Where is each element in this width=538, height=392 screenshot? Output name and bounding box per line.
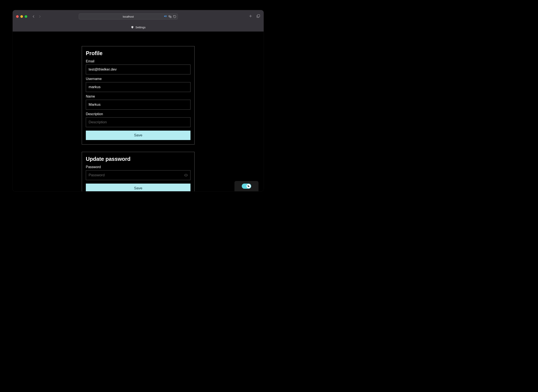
svg-point-5 (186, 175, 186, 176)
name-field[interactable] (86, 100, 191, 110)
chrome-right-icons (249, 14, 260, 19)
new-tab-icon[interactable] (249, 14, 253, 19)
password-field[interactable] (86, 170, 191, 180)
profile-save-button[interactable]: Save (86, 131, 191, 140)
description-group: Description (86, 112, 191, 127)
password-label: Password (86, 165, 191, 169)
theme-toggle-knob (247, 184, 251, 188)
traffic-lights (16, 15, 27, 18)
profile-card: Profile Email Username Name Description (82, 46, 195, 145)
description-label: Description (86, 112, 191, 116)
name-group: Name (86, 95, 191, 110)
tab-row: Settings (13, 23, 264, 32)
username-group: Username (86, 77, 191, 92)
tabs-overview-icon[interactable] (256, 14, 260, 19)
url-text: localhost (123, 15, 134, 18)
svg-rect-4 (257, 14, 260, 17)
browser-window: localhost (13, 10, 264, 191)
audio-icon[interactable] (164, 14, 167, 19)
url-right-icons (164, 14, 176, 19)
password-heading: Update password (86, 156, 191, 162)
toggle-password-visibility-icon[interactable] (184, 173, 188, 177)
theme-toggle[interactable] (242, 184, 251, 189)
cards-column: Profile Email Username Name Description (82, 46, 195, 191)
reload-icon[interactable] (173, 15, 176, 18)
password-save-button[interactable]: Save (86, 184, 191, 191)
url-bar[interactable]: localhost (79, 14, 178, 19)
nav-buttons (32, 14, 42, 19)
password-card: Update password Password Save (82, 152, 195, 191)
theme-toggle-panel (234, 181, 258, 191)
back-button[interactable] (32, 14, 35, 19)
username-field[interactable] (86, 82, 191, 92)
email-field[interactable] (86, 65, 191, 75)
email-group: Email (86, 59, 191, 75)
description-field[interactable] (86, 117, 191, 127)
forward-button[interactable] (38, 14, 42, 19)
tab-title[interactable]: Settings (136, 26, 146, 29)
browser-chrome: localhost (13, 10, 264, 32)
translate-icon[interactable] (168, 15, 172, 19)
email-label: Email (86, 59, 191, 63)
name-label: Name (86, 95, 191, 98)
window-minimize-button[interactable] (20, 15, 23, 18)
tab-favicon-icon (131, 26, 134, 29)
username-label: Username (86, 77, 191, 81)
password-input-wrap (86, 170, 191, 180)
chrome-top-row: localhost (13, 10, 264, 23)
window-close-button[interactable] (16, 15, 19, 18)
page-content: Profile Email Username Name Description (13, 32, 264, 191)
moon-icon (247, 184, 250, 188)
window-maximize-button[interactable] (25, 15, 27, 18)
password-group: Password (86, 165, 191, 180)
profile-heading: Profile (86, 50, 191, 56)
